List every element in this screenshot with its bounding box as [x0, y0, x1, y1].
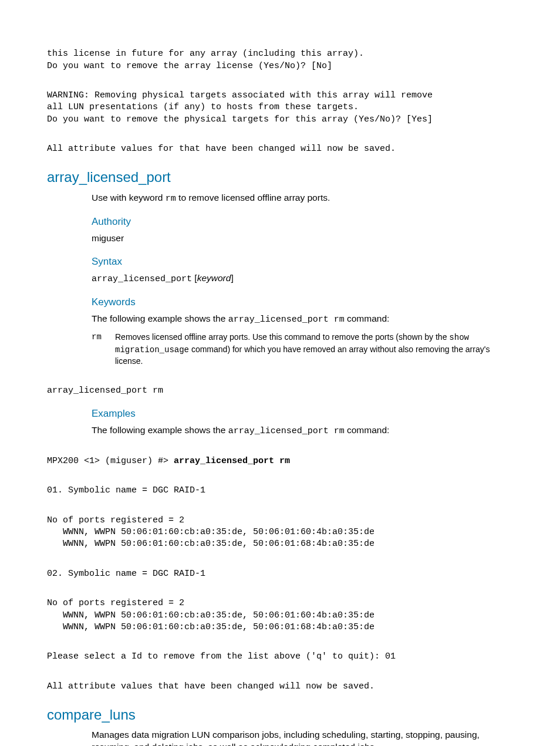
code-line: No of ports registered = 2 — [47, 515, 184, 525]
examples-intro: The following example shows the array_li… — [92, 424, 519, 437]
section-heading-compare-luns: compare_luns — [47, 706, 519, 724]
keyword-example-code: array_licensed_port rm — [47, 373, 519, 397]
code-line: All attribute values that have been chan… — [47, 681, 375, 691]
code-line: No of ports registered = 2 — [47, 598, 184, 608]
example-output-6: All attribute values that have been chan… — [47, 669, 519, 693]
syntax-heading: Syntax — [92, 255, 519, 269]
keyword-table: rm Removes licensed offline array ports.… — [92, 332, 519, 367]
code-line: all LUN presentations (if any) to hosts … — [47, 102, 359, 112]
inline-code: show — [449, 333, 469, 342]
code-line: WWNN, WWPN 50:06:01:60:cb:a0:35:de, 50:0… — [47, 527, 375, 537]
keyword-row: rm Removes licensed offline array ports.… — [92, 332, 519, 367]
inline-code: migration_usage — [115, 345, 189, 355]
example-output-1: 01. Symbolic name = DGC RAID-1 — [47, 473, 519, 497]
keywords-heading: Keywords — [92, 296, 519, 309]
code-line: array_licensed_port rm — [47, 386, 163, 396]
text: ] — [231, 273, 233, 283]
syntax-command: array_licensed_port — [92, 274, 192, 284]
intro-code-block: this license in future for any array (in… — [47, 36, 519, 72]
text: The following example shows the — [92, 425, 228, 435]
code-line: WARNING: Removing physical targets assoc… — [47, 90, 433, 100]
text: The following example shows the — [92, 313, 228, 323]
text: command: — [345, 425, 390, 435]
code-line: Do you want to remove the array license … — [47, 61, 332, 71]
code-line: WWNN, WWPN 50:06:01:60:cb:a0:35:de, 50:0… — [47, 622, 375, 632]
inline-code: array_licensed_port rm — [228, 315, 345, 325]
code-line: 02. Symbolic name = DGC RAID-1 — [47, 569, 205, 579]
authority-heading: Authority — [92, 215, 519, 229]
keyword-key: rm — [92, 332, 115, 367]
section1-intro: Use with keyword rm to remove licensed o… — [92, 192, 519, 205]
code-line: 01. Symbolic name = DGC RAID-1 — [47, 485, 205, 495]
syntax-line: array_licensed_port [keyword] — [92, 272, 519, 285]
text: Removes licensed offline array ports. Us… — [115, 332, 449, 342]
code-line: Do you want to remove the physical targe… — [47, 114, 433, 124]
section2-intro: Manages data migration LUN comparison jo… — [92, 729, 519, 746]
code-line: WWNN, WWPN 50:06:01:60:cb:a0:35:de, 50:0… — [47, 539, 375, 549]
code-line: Please select a Id to remove from the li… — [47, 652, 396, 661]
text: to remove licensed offline array ports. — [176, 193, 330, 202]
intro-code-block-2: WARNING: Removing physical targets assoc… — [47, 78, 519, 126]
inline-code: array_licensed_port rm — [228, 426, 345, 436]
keywords-intro: The following example shows the array_li… — [92, 313, 519, 326]
examples-heading: Examples — [92, 407, 519, 421]
example-command-bold: array_licensed_port rm — [174, 456, 290, 466]
text: command: — [345, 313, 390, 323]
section-heading-array-licensed-port: array_licensed_port — [47, 168, 519, 187]
example-output-3: 02. Symbolic name = DGC RAID-1 — [47, 556, 519, 580]
code-line: All attribute values for that have been … — [47, 144, 396, 154]
inline-code: rm — [166, 194, 176, 204]
text: Use with keyword — [92, 193, 166, 202]
code-line: WWNN, WWPN 50:06:01:60:cb:a0:35:de, 50:0… — [47, 610, 375, 620]
example-output-5: Please select a Id to remove from the li… — [47, 639, 519, 663]
intro-code-block-3: All attribute values for that have been … — [47, 131, 519, 156]
authority-value: miguser — [92, 232, 519, 245]
code-line: this license in future for any array (in… — [47, 49, 364, 59]
example-output-2: No of ports registered = 2 WWNN, WWPN 50… — [47, 503, 519, 551]
example-prompt: MPX200 <1> (miguser) #> — [47, 456, 174, 466]
syntax-keyword: keyword — [197, 273, 231, 283]
text: [ — [192, 273, 197, 283]
example-output-4: No of ports registered = 2 WWNN, WWPN 50… — [47, 586, 519, 633]
keyword-description: Removes licensed offline array ports. Us… — [115, 332, 519, 367]
example-prompt-line: MPX200 <1> (miguser) #> array_licensed_p… — [47, 444, 519, 468]
